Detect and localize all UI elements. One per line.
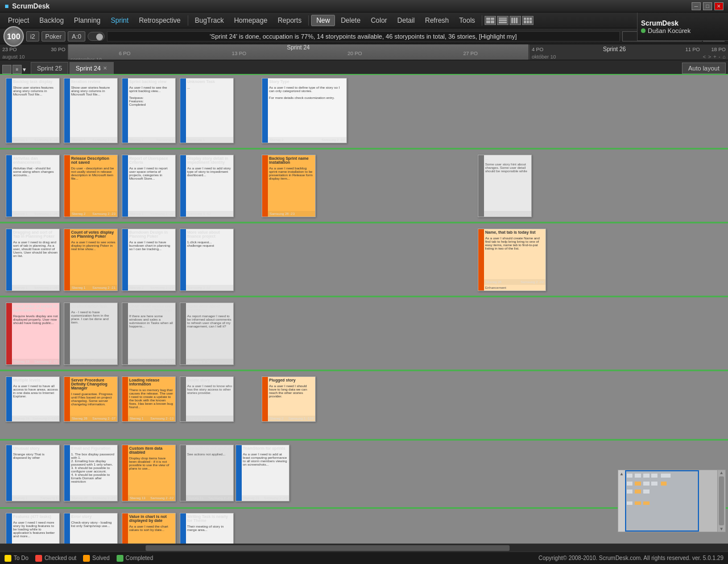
detail-button[interactable]: Detail — [393, 15, 420, 26]
timeline-23po: 23 PO — [2, 47, 17, 52]
card-24-header: Plugged story — [268, 377, 315, 383]
card-22-body: There is so memory bug that causes the r… — [128, 387, 175, 416]
menu-bugtrack[interactable]: BugTrack — [191, 15, 229, 26]
tab-sprint24[interactable]: Sprint 24 ✕ — [69, 62, 114, 74]
card-32-body: As a user I need the chart values to sor… — [128, 524, 175, 544]
card-16[interactable]: Fixed order of series in burn-down chart… — [6, 302, 60, 365]
tool-a0[interactable]: A:0 — [68, 31, 85, 42]
card-25[interactable]: Unusual story Strange story That is disp… — [6, 445, 60, 501]
card-29[interactable]: TeamStorm for sprints As a user I need t… — [235, 445, 289, 501]
zoom-out[interactable]: - — [719, 54, 721, 60]
color-button[interactable]: Color — [366, 15, 392, 26]
card-19[interactable]: Some error about comments As report mana… — [180, 302, 234, 365]
card-36[interactable]: Name, that tab is today list As a user I… — [478, 229, 546, 291]
menu-planning[interactable]: Planning — [69, 15, 105, 26]
card-33-body: Their meeting of story in merge area... — [186, 524, 233, 544]
close-button[interactable]: ✕ — [714, 2, 723, 10]
card-27[interactable]: Custom item data disabled Display drop i… — [122, 445, 176, 501]
card-36-body: As a user I should create Name and find … — [484, 235, 545, 279]
card-16-side — [6, 303, 12, 364]
menu-backlog[interactable]: Backlog — [35, 15, 68, 26]
card-29-side — [236, 445, 242, 501]
card-26[interactable]: Email and Figuration 1. The box display … — [64, 445, 118, 501]
card-13-header: Count of votes display on Planning Poker — [70, 229, 117, 239]
card-28[interactable]: See actions not applied See actions not … — [180, 445, 234, 501]
legend-completed: Completed — [117, 555, 153, 562]
card-33[interactable]: Writing Task is nearly for Theme Their m… — [180, 513, 234, 544]
tabbar: ≡ ▾ Sprint 25 Sprint 24 ✕ Auto layout — [0, 60, 728, 75]
card-23[interactable]: Delete story As a user I need to know wh… — [180, 376, 234, 422]
card-1[interactable]: Backlog task display Show user stories f… — [6, 78, 60, 143]
menu-reports[interactable]: Reports — [273, 15, 306, 26]
tab-sprint25[interactable]: Sprint 25 — [31, 62, 68, 74]
card-4[interactable]: Unknown Task ... Samsung 1 — [180, 78, 234, 143]
card-30[interactable]: Featurez (477 tasks) As user I need I ne… — [6, 513, 60, 544]
card-18-body: If there are here some windows and sales… — [128, 313, 175, 359]
scroll-thumb[interactable] — [146, 545, 510, 551]
tool-i2[interactable]: i2 — [26, 31, 39, 42]
list-view-icon[interactable] — [497, 16, 508, 25]
nav-home[interactable]: ⌂ — [723, 54, 726, 60]
auto-layout-button[interactable]: Auto layout — [682, 63, 726, 74]
card-6[interactable]: Release Description not saved Do user - … — [64, 155, 118, 217]
grid-view-icon[interactable] — [485, 16, 496, 25]
card-13-side — [64, 229, 70, 291]
card-20[interactable]: Multiple levels As a user I need to have… — [6, 376, 60, 422]
card-12-body: As a user I need to drag and sort of tab… — [12, 239, 59, 285]
card-15-body: 1.click request...challenge request — [186, 239, 233, 285]
tools-button[interactable]: Tools — [454, 15, 479, 26]
nav-prev[interactable]: < — [703, 54, 706, 60]
card-31[interactable]: Error story Check-story story - loading … — [64, 513, 118, 544]
new-button[interactable]: New — [311, 15, 335, 26]
menu-homepage[interactable]: Homepage — [229, 15, 272, 26]
card-18[interactable]: Chart crash works are attributed as Task… — [122, 302, 176, 365]
card-19-footer: Samsung 2 -37 — [186, 359, 233, 364]
card-16-header: Fixed order of series in burn-down chart — [12, 303, 59, 313]
minimap-nav-up[interactable]: ▲ — [619, 471, 624, 476]
minimap-scroll-down[interactable]: ▼ — [718, 526, 725, 532]
legend-todo-dot — [5, 555, 11, 562]
card-14[interactable]: Burndown Design in Planning Poker As a u… — [122, 229, 176, 291]
dropdown-arrow[interactable]: ▾ — [23, 66, 26, 73]
card-13-footer: Sbereg 1Samsung 2 -21 — [70, 285, 117, 291]
nav-next[interactable]: > — [708, 54, 711, 60]
zoom-in[interactable]: + — [713, 54, 716, 60]
minimize-button[interactable]: ─ — [692, 2, 701, 10]
card-5[interactable]: Story Type As a user I need to define ty… — [262, 78, 347, 143]
minimap-scroll-up[interactable]: ▲ — [718, 470, 725, 475]
grid-icon-2[interactable]: ≡ — [13, 65, 22, 74]
tab-sprint24-close[interactable]: ✕ — [103, 65, 107, 71]
card-2[interactable]: Iteration review Show user stories featu… — [64, 78, 118, 143]
maximize-button[interactable]: □ — [703, 2, 712, 10]
card-8[interactable]: Display story detail in impediment ident… — [180, 155, 234, 217]
card-9[interactable]: Backlog Sprint name installation As a us… — [262, 155, 316, 217]
menu-sep-2 — [308, 15, 309, 26]
card-24[interactable]: Plugged story As a user I need I should … — [262, 376, 316, 422]
menu-project[interactable]: Project — [3, 15, 34, 26]
card-16-footer: Sbereg 18Samsung 2 -25 — [12, 359, 59, 364]
delete-button[interactable]: Delete — [336, 15, 365, 26]
refresh-button[interactable]: Refresh — [420, 15, 453, 26]
card-17[interactable]: Customization task As - I need to have c… — [64, 302, 118, 365]
card-11[interactable]: Aktivitas dan enhancements Aktivitas tha… — [6, 155, 60, 217]
card-10[interactable]: ... Some user story hint about changes. … — [478, 155, 532, 217]
card-18-header: Chart crash works are attributed as Task… — [128, 303, 175, 313]
toggle-slider[interactable] — [88, 32, 105, 41]
card-7[interactable]: Report of Userspace Criteria As a user I… — [122, 155, 176, 217]
menu-sprint[interactable]: Sprint — [106, 15, 133, 26]
card-12[interactable]: Dragging and sort of Tab in Planning Pok… — [6, 229, 60, 291]
horizontal-scrollbar[interactable] — [0, 544, 728, 551]
chart-view-icon[interactable] — [522, 16, 533, 25]
menu-retrospective[interactable]: Retrospective — [134, 15, 185, 26]
tool-poker[interactable]: Poker — [42, 31, 66, 42]
card-3[interactable]: Sprint backlog view As user I need to se… — [122, 78, 176, 143]
grid-icon-1[interactable] — [2, 65, 11, 74]
card-32[interactable]: Value in chart is not displayed by date … — [122, 513, 176, 544]
bar-view-icon[interactable] — [510, 16, 521, 25]
card-3-side — [122, 78, 128, 143]
card-33-side — [180, 513, 186, 544]
card-13[interactable]: Count of votes display on Planning Poker… — [64, 229, 118, 291]
card-22[interactable]: Loading release information There is so … — [122, 376, 176, 422]
card-21[interactable]: Server Procedure Definity Changelog Mana… — [64, 376, 118, 422]
card-15[interactable]: More value about finance project 1.click… — [180, 229, 234, 291]
